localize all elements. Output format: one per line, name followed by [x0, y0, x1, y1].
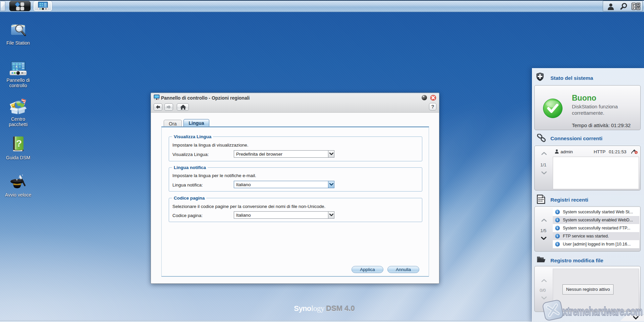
svg-text:?: ?: [16, 138, 22, 149]
